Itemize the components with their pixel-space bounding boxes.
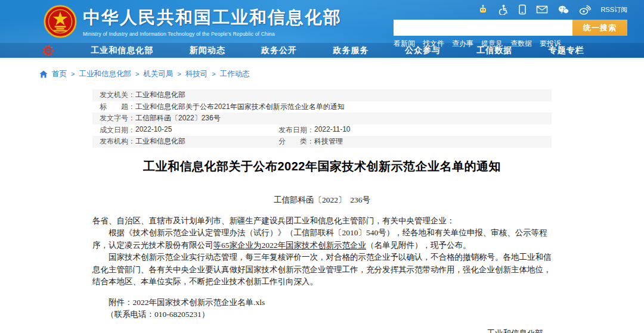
meta-label: 发布机构： xyxy=(100,136,135,147)
document-meta-table: 发文机关： 工业和信息化部 标 题： 工业和信息化部关于公布2021年国家技术创… xyxy=(92,89,552,148)
mobile-icon[interactable] xyxy=(518,4,527,15)
weibo-icon[interactable] xyxy=(579,5,591,15)
meta-row-dates: 成文日期： 2022-10-25 发布日期： 2022-11-10 xyxy=(92,125,552,136)
quick-links-row: 看新闻 找文件 查办事 提意见 查数据 要投诉 xyxy=(394,39,627,49)
meta-value: 工业和信息化部关于公布2021年国家技术创新示范企业名单的通知 xyxy=(135,102,345,112)
document-content: 发文机关： 工业和信息化部 标 题： 工业和信息化部关于公布2021年国家技术创… xyxy=(92,89,552,333)
quick-link-suggest[interactable]: 提意见 xyxy=(481,39,503,49)
rss-link[interactable]: RSS订阅 xyxy=(600,5,627,14)
meta-value: 2022-10-25 xyxy=(135,125,172,135)
utility-icon-row: RSS订阅 xyxy=(394,4,627,15)
brand-text: 中华人民共和国工业和信息化部 Ministry of Industry and … xyxy=(83,6,342,37)
breadcrumb-science-dept[interactable]: 科技司 xyxy=(185,69,208,79)
doc-paragraphs: 各省、自治区、直辖市及计划单列市、新疆生产建设兵团工业和信息化主管部门，有关中央… xyxy=(92,215,552,288)
contact-phone: （联系电话：010-68205231） xyxy=(92,309,552,321)
meta-value: 2022-11-10 xyxy=(314,125,351,135)
site-subtitle: Ministry of Industry and Information Tec… xyxy=(83,31,342,37)
meta-value: 科技管理 xyxy=(314,136,343,147)
meta-label: 发布日期： xyxy=(278,125,314,135)
signer-name: 工业和信息化部 xyxy=(92,327,552,333)
breadcrumb-separator: > xyxy=(135,70,139,77)
signature-block: 工业和信息化部 2022年10月25 日 xyxy=(92,327,552,333)
document-body: 工信部科函〔2022〕 236号 各省、自治区、直辖市及计划单列市、新疆生产建设… xyxy=(92,195,552,333)
meta-value: 工业和信息化部 xyxy=(135,136,185,147)
home-icon[interactable] xyxy=(39,70,48,78)
nav-item-miit[interactable]: 工业和信息化部 xyxy=(91,45,153,56)
nav-item-gov-open[interactable]: 政务公开 xyxy=(261,45,297,56)
breadcrumb-work-updates[interactable]: 工作动态 xyxy=(220,69,250,79)
header-top: 中华人民共和国工业和信息化部 Ministry of Industry and … xyxy=(0,0,644,43)
quick-link-data[interactable]: 查数据 xyxy=(510,39,532,49)
search-input[interactable] xyxy=(394,20,572,36)
meta-label: 成文日期： xyxy=(100,125,135,135)
breadcrumb: 首页 > 工业和信息化部 > 机关司局 > 科技司 > 工作动态 xyxy=(0,68,644,80)
accessibility-icon[interactable] xyxy=(498,4,509,15)
quick-link-news[interactable]: 看新闻 xyxy=(394,39,415,49)
mail-icon[interactable] xyxy=(536,5,548,14)
meta-value: 工业和信息化部 xyxy=(135,90,185,100)
attachment-link[interactable]: 附件：2022年国家技术创新示范企业名单.xls xyxy=(92,297,552,309)
quick-link-complaint[interactable]: 要投诉 xyxy=(540,39,561,49)
meta-row-publisher-category: 发布机构： 工业和信息化部 分 类： 科技管理 xyxy=(92,136,552,148)
wechat-icon[interactable] xyxy=(558,5,569,15)
paragraph-text-underlined: 等65家企业为2022年国家技术创新示范企业 xyxy=(213,241,367,250)
breadcrumb-departments[interactable]: 机关司局 xyxy=(143,69,173,79)
attachment-block: 附件：2022年国家技术创新示范企业名单.xls （联系电话：010-68205… xyxy=(92,297,552,321)
breadcrumb-separator: > xyxy=(71,70,75,77)
page-title: 工业和信息化部关于公布2022年国家技术创新示范企业名单的通知 xyxy=(92,158,552,175)
unified-search-button[interactable]: 统一搜索 xyxy=(572,20,627,36)
paragraph-management: 国家技术创新示范企业实行动态管理，每三年复核评价一次，对合格的示范企业予以确认，… xyxy=(92,251,552,288)
meta-label: 分 类： xyxy=(278,136,314,147)
search-bar: 统一搜索 xyxy=(394,20,627,36)
meta-label: 标 题： xyxy=(100,102,135,112)
meta-row-doc-number: 发文字号： 工信部科函〔2022〕236号 xyxy=(92,113,552,125)
paragraph-text: （名单见附件），现予公布。 xyxy=(366,241,471,250)
breadcrumb-separator: > xyxy=(212,70,215,77)
breadcrumb-miit[interactable]: 工业和信息化部 xyxy=(79,69,131,79)
quick-link-services[interactable]: 查办事 xyxy=(452,39,473,49)
meta-row-issuing-agency: 发文机关： 工业和信息化部 xyxy=(92,89,552,101)
paragraph-announcement: 根据《技术创新示范企业认定管理办法（试行）》（工信部联科〔2010〕540号），… xyxy=(92,227,552,251)
nav-item-gov-services[interactable]: 政务服务 xyxy=(333,45,369,56)
breadcrumb-home[interactable]: 首页 xyxy=(52,69,67,79)
breadcrumb-separator: > xyxy=(177,70,181,77)
salutation: 各省、自治区、直辖市及计划单列市、新疆生产建设兵团工业和信息化主管部门，有关中央… xyxy=(92,215,552,228)
header-utility: RSS订阅 统一搜索 看新闻 找文件 查办事 提意见 查数据 要投诉 xyxy=(394,4,627,49)
nav-item-news[interactable]: 新闻动态 xyxy=(190,45,225,56)
meta-value: 工信部科函〔2022〕236号 xyxy=(135,113,221,123)
quick-link-files[interactable]: 找文件 xyxy=(423,39,444,49)
miit-gear-logo-icon xyxy=(42,44,55,57)
national-emblem-icon xyxy=(44,5,77,38)
meta-row-title: 标 题： 工业和信息化部关于公布2021年国家技术创新示范企业名单的通知 xyxy=(92,101,552,113)
mascot-icon[interactable] xyxy=(478,4,488,15)
meta-label: 发文机关： xyxy=(100,90,135,100)
site-header: 中华人民共和国工业和信息化部 Ministry of Industry and … xyxy=(0,0,644,60)
doc-number: 工信部科函〔2022〕 236号 xyxy=(92,195,552,206)
site-title: 中华人民共和国工业和信息化部 xyxy=(83,6,342,30)
meta-label: 发文字号： xyxy=(100,113,135,123)
